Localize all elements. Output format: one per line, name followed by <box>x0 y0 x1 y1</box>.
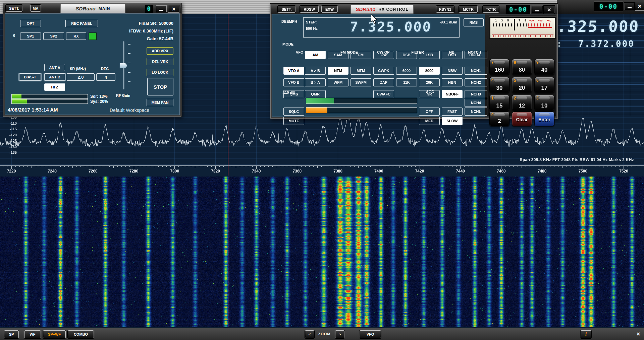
rx-off-button[interactable]: OFF <box>419 108 440 116</box>
band-key-12[interactable]: 212 <box>512 95 532 111</box>
rx-8000-button[interactable]: 8000 <box>419 67 440 75</box>
band-key-17[interactable]: 617 <box>534 77 554 93</box>
ant-b-button[interactable]: ANT B <box>44 73 65 81</box>
rx-button[interactable]: RX <box>66 32 86 40</box>
rx-mute-button[interactable]: MUTE <box>283 117 304 125</box>
ant-a-button[interactable]: ANT A <box>44 64 65 71</box>
rx-fm-button[interactable]: FM <box>351 51 371 59</box>
rx-mfm-button[interactable]: MFM <box>351 67 371 75</box>
rx-usb-button[interactable]: USB <box>442 51 463 59</box>
band-key-80[interactable]: 880 <box>512 59 532 75</box>
hi-z-button[interactable]: HI Z <box>44 83 65 91</box>
toolbar-close-icon[interactable]: ✕ <box>636 331 640 337</box>
rx-settings-button[interactable]: SETT. <box>278 6 296 13</box>
rx-frequency-readout[interactable]: 7.325.000 <box>350 19 432 35</box>
rx-vfo-a-button[interactable]: VFO A <box>283 67 304 75</box>
rx-qmr-button[interactable]: QMR <box>305 90 326 98</box>
rx-a-b-button[interactable]: A > B <box>305 67 326 75</box>
keypad-2-key[interactable]: 02 <box>489 112 509 126</box>
rx-dsb-button[interactable]: DSB <box>396 51 417 59</box>
rx-qms-button[interactable]: QMS <box>283 90 304 98</box>
rx-am-button[interactable]: AM <box>305 51 326 59</box>
mctr-button[interactable]: MCTR <box>459 6 478 13</box>
sp1-button[interactable]: SP1 <box>20 32 41 40</box>
sp-mode-button[interactable]: SP <box>4 330 19 338</box>
main-window-titlebar[interactable]: SETT. MA SDRuno MAIN 0 ✕ <box>3 3 181 13</box>
stop-button[interactable]: STOP <box>147 78 173 95</box>
sp-minimize-button[interactable] <box>625 3 634 10</box>
main-ma-button[interactable]: MA <box>30 5 41 12</box>
keypad-clear-button[interactable]: Clear <box>512 112 532 126</box>
keypad-enter-button[interactable]: Enter <box>534 112 554 126</box>
rx-cw-button[interactable]: CW <box>373 51 394 59</box>
rms-button[interactable]: RMS <box>464 18 484 26</box>
rx-nboff-button[interactable]: NBOFF <box>442 90 463 98</box>
sp-close-button[interactable]: ✕ <box>635 2 644 11</box>
tune-marker-line-waterfall[interactable] <box>228 177 228 327</box>
dec-value-field[interactable]: 4 <box>96 73 115 81</box>
rx-slow-button[interactable]: SLOW <box>442 117 463 125</box>
rx-rdsw-button[interactable]: RDSW <box>300 6 319 13</box>
rx-nr-button[interactable]: NR <box>419 90 440 98</box>
rx-vfo-b-button[interactable]: VFO B <box>283 78 304 86</box>
main-settings-button[interactable]: SETT. <box>6 5 22 12</box>
rx-minimize-button[interactable] <box>532 6 542 13</box>
frequency-display-box[interactable]: STEP: 500 Hz 7.325.000 -93.1 dBm <box>303 17 460 38</box>
band-key-15[interactable]: 115 <box>489 95 509 111</box>
rx-wfm-button[interactable]: WFM <box>328 78 348 86</box>
rx-swfm-button[interactable]: SWFM <box>351 78 371 86</box>
band-key-30[interactable]: 430 <box>489 77 509 93</box>
rsyn1-button[interactable]: RSYN1 <box>436 6 454 13</box>
main-minimize-button[interactable] <box>156 5 167 12</box>
bias-t-button[interactable]: BIAS-T <box>19 73 41 81</box>
rx-med-button[interactable]: MED <box>419 117 440 125</box>
tune-marker-line[interactable] <box>228 14 228 176</box>
del-vrx-button[interactable]: DEL VRX <box>147 58 173 65</box>
info-button[interactable]: i <box>581 330 591 338</box>
mem-pan-button[interactable]: MEM PAN <box>147 99 173 106</box>
rx-close-button[interactable]: ✕ <box>544 6 554 13</box>
rx-fast-button[interactable]: FAST <box>442 108 463 116</box>
rx-nch3-button[interactable]: NCH3 <box>465 90 487 98</box>
rx-digital-button[interactable]: DIGITAL <box>465 51 487 59</box>
rx-lsb-button[interactable]: LSB <box>419 51 440 59</box>
band-key-10[interactable]: 310 <box>534 95 554 111</box>
add-vrx-button[interactable]: ADD VRX <box>147 47 173 55</box>
sp2-button[interactable]: SP2 <box>43 32 64 40</box>
rx-exw-button[interactable]: EXW <box>321 6 338 13</box>
rx-sqlc-button[interactable]: SQLC <box>283 108 304 116</box>
rx-b-a-button[interactable]: B > A <box>305 78 326 86</box>
wf-mode-button[interactable]: WF <box>24 330 41 338</box>
rf-gain-slider-handle[interactable] <box>119 63 127 68</box>
opt-button[interactable]: OPT <box>20 20 41 27</box>
rx-11k-button[interactable]: 11K <box>396 78 417 86</box>
rx-nbw-button[interactable]: NBW <box>442 67 463 75</box>
combo-mode-button[interactable]: COMBO <box>68 330 94 338</box>
rec-panel-button[interactable]: REC PANEL <box>65 20 98 27</box>
rx-nch2-button[interactable]: NCH2 <box>465 78 487 86</box>
zoom-in-button[interactable]: > <box>335 330 344 338</box>
rx-cwafc-button[interactable]: CWAFC <box>373 90 394 98</box>
vfo-button[interactable]: VFO <box>360 330 381 338</box>
zoom-out-button[interactable]: < <box>305 330 314 338</box>
rx-20k-button[interactable]: 20K <box>419 78 440 86</box>
rx-zap-button[interactable]: ZAP <box>373 78 394 86</box>
rx-nchl-button[interactable]: NCHL <box>465 108 487 116</box>
sr-value-field[interactable]: 2.0 <box>67 73 95 81</box>
rx-sam-button[interactable]: SAM <box>328 51 348 59</box>
band-key-20[interactable]: 520 <box>512 77 532 93</box>
rx-nbn-button[interactable]: NBN <box>442 78 463 86</box>
band-key-40[interactable]: 940 <box>534 59 554 75</box>
squelch-bar[interactable] <box>306 98 417 104</box>
tctr-button[interactable]: TCTR <box>483 6 499 13</box>
lo-lock-button[interactable]: LO LOCK <box>147 69 173 76</box>
main-close-button[interactable]: ✕ <box>168 5 179 13</box>
rx-6000-button[interactable]: 6000 <box>396 67 417 75</box>
mute-volume-bar[interactable] <box>306 107 417 113</box>
waterfall-display[interactable] <box>0 177 644 327</box>
band-key-160[interactable]: 7160 <box>489 59 509 75</box>
rx-nch1-button[interactable]: NCH1 <box>465 67 487 75</box>
rx-nfm-button[interactable]: NFM <box>328 67 348 75</box>
rx-nch4-button[interactable]: NCH4 <box>465 99 487 107</box>
rx-window-titlebar[interactable]: SETT. RDSW EXW SDRuno RX CONTROL RSYN1 M… <box>271 4 557 14</box>
